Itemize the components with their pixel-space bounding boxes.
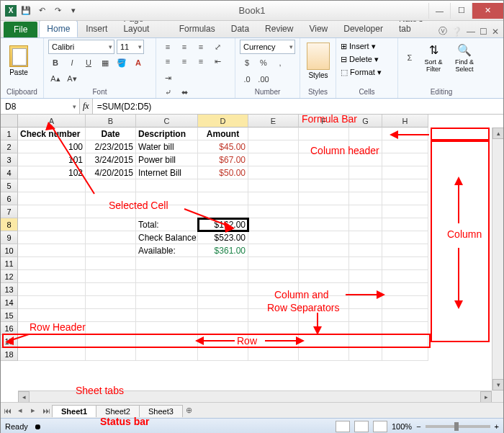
cell-C8[interactable]: Total: [136,218,198,231]
find-select-button[interactable]: 🔍 Find & Select [450,40,479,76]
scroll-down-icon[interactable]: ▾ [492,379,503,390]
new-sheet-icon[interactable]: ⊕ [183,404,196,417]
cell-G16[interactable] [349,322,382,335]
cell-F13[interactable] [299,283,349,296]
cell-F16[interactable] [299,322,349,335]
cell-H14[interactable] [382,296,428,309]
bold-button[interactable]: B [48,55,63,70]
tab-view[interactable]: View [301,20,336,37]
cell-E3[interactable] [248,153,299,166]
save-icon[interactable]: 💾 [19,4,32,17]
qat-customize-icon[interactable]: ▾ [67,4,80,17]
cell-E13[interactable] [248,283,299,296]
row-header-2[interactable]: 2 [1,140,18,153]
page-layout-view-button[interactable] [354,421,369,432]
cell-F4[interactable] [299,166,349,179]
indent-inc-icon[interactable]: ⇥ [161,71,175,85]
column-header-E[interactable]: E [248,115,299,128]
cell-D3[interactable]: $67.00 [198,153,248,166]
row-header-12[interactable]: 12 [1,270,18,283]
cell-G15[interactable] [349,309,382,322]
grow-font-icon[interactable]: A▴ [48,72,63,86]
cell-E6[interactable] [248,192,299,205]
align-top-icon[interactable]: ≡ [161,40,175,54]
cell-F10[interactable] [299,244,349,257]
cell-F9[interactable] [299,231,349,244]
cell-D4[interactable]: $50.00 [198,166,248,179]
cell-E14[interactable] [248,296,299,309]
cell-F1[interactable] [299,128,349,140]
cell-D13[interactable] [198,283,248,296]
cell-C14[interactable] [136,296,198,309]
cell-F2[interactable] [299,140,349,153]
cell-G9[interactable] [349,231,382,244]
dec-decimal-icon[interactable]: .00 [256,72,271,86]
column-header-D[interactable]: D [198,115,248,128]
help-icon[interactable]: ❔ [451,27,462,37]
cell-A2[interactable]: 100 [18,140,86,153]
paste-button[interactable]: Paste [5,40,32,81]
normal-view-button[interactable] [336,421,350,432]
cell-C13[interactable] [136,283,198,296]
cell-H3[interactable] [382,153,428,166]
maximize-button[interactable]: ☐ [450,3,472,19]
cell-E8[interactable] [248,218,299,231]
cell-B2[interactable]: 2/23/2015 [86,140,136,153]
row-header-13[interactable]: 13 [1,283,18,296]
align-middle-icon[interactable]: ≡ [177,40,192,54]
row-header-17[interactable]: 17 [1,335,18,348]
cell-B1[interactable]: Date [86,128,136,140]
cell-F18[interactable] [299,348,349,361]
font-name-combo[interactable]: Calibri [48,40,114,54]
cell-B16[interactable] [86,322,136,335]
undo-icon[interactable]: ↶ [35,4,48,17]
fx-icon[interactable]: fx [83,101,89,112]
italic-button[interactable]: I [65,55,79,70]
cell-E11[interactable] [248,257,299,270]
cell-H2[interactable] [382,140,428,153]
cell-B3[interactable]: 3/24/2015 [86,153,136,166]
cell-F6[interactable] [299,192,349,205]
comma-icon[interactable]: , [273,55,287,70]
row-header-15[interactable]: 15 [1,309,18,322]
cell-H17[interactable] [382,335,428,348]
number-format-combo[interactable]: Currency [240,40,295,54]
cell-D9[interactable]: $523.00 [198,231,248,244]
cell-H11[interactable] [382,257,428,270]
cell-area[interactable]: Check numberDateDescriptionAmount1002/23… [18,128,492,390]
formula-input[interactable]: =SUM(D2:D5) [93,99,503,114]
cell-C12[interactable] [136,270,198,283]
doc-minimize-icon[interactable]: — [467,27,475,37]
cell-A13[interactable] [18,283,86,296]
cell-A18[interactable] [18,348,86,361]
cell-F14[interactable] [299,296,349,309]
cell-E4[interactable] [248,166,299,179]
cell-E15[interactable] [248,309,299,322]
cell-H13[interactable] [382,283,428,296]
cell-C10[interactable]: Available: [136,244,198,257]
cell-G3[interactable] [349,153,382,166]
orientation-icon[interactable]: ⤢ [210,40,225,54]
row-header-11[interactable]: 11 [1,257,18,270]
cell-F15[interactable] [299,309,349,322]
cell-A15[interactable] [18,309,86,322]
cell-D18[interactable] [198,348,248,361]
underline-button[interactable]: U [81,55,96,70]
cell-C15[interactable] [136,309,198,322]
file-tab[interactable]: File [4,22,37,37]
cell-H15[interactable] [382,309,428,322]
cell-B13[interactable] [86,283,136,296]
cell-E17[interactable] [248,335,299,348]
align-bottom-icon[interactable]: ≡ [194,40,208,54]
cell-C11[interactable] [136,257,198,270]
cell-G1[interactable] [349,128,382,140]
cell-D7[interactable] [198,205,248,218]
cell-F5[interactable] [299,179,349,192]
cell-B8[interactable] [86,218,136,231]
cell-C3[interactable]: Power bill [136,153,198,166]
border-button[interactable]: ▦ [98,55,112,70]
cell-E7[interactable] [248,205,299,218]
cell-C9[interactable]: Check Balance: [136,231,198,244]
cell-E9[interactable] [248,231,299,244]
styles-button[interactable]: Styles [305,40,332,81]
